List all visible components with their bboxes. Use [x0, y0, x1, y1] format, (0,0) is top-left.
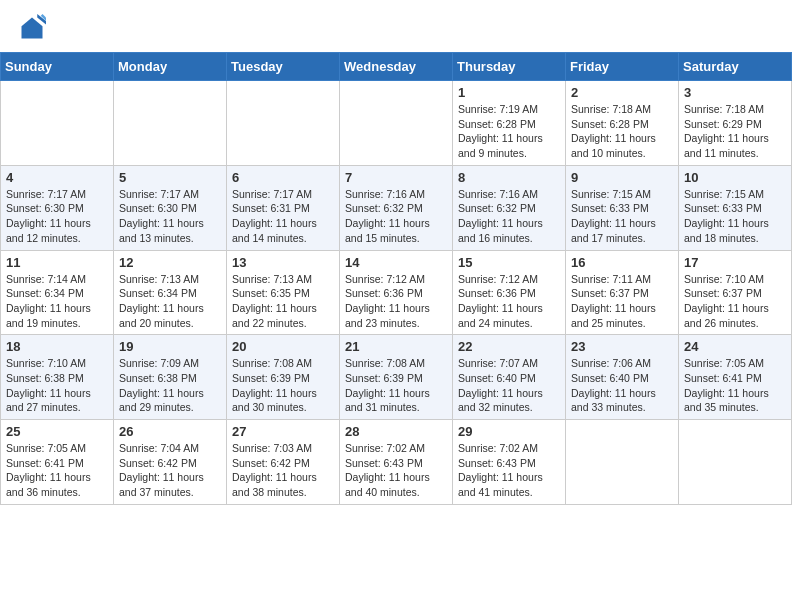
day-info: Sunrise: 7:04 AM Sunset: 6:42 PM Dayligh… [119, 441, 221, 500]
day-info: Sunrise: 7:18 AM Sunset: 6:29 PM Dayligh… [684, 102, 786, 161]
calendar-cell: 19Sunrise: 7:09 AM Sunset: 6:38 PM Dayli… [114, 335, 227, 420]
day-info: Sunrise: 7:05 AM Sunset: 6:41 PM Dayligh… [684, 356, 786, 415]
calendar-cell: 7Sunrise: 7:16 AM Sunset: 6:32 PM Daylig… [340, 165, 453, 250]
day-number: 17 [684, 255, 786, 270]
header [0, 0, 792, 52]
col-header-monday: Monday [114, 53, 227, 81]
day-number: 9 [571, 170, 673, 185]
calendar-cell: 9Sunrise: 7:15 AM Sunset: 6:33 PM Daylig… [566, 165, 679, 250]
calendar-week-row: 11Sunrise: 7:14 AM Sunset: 6:34 PM Dayli… [1, 250, 792, 335]
day-number: 20 [232, 339, 334, 354]
calendar-cell: 11Sunrise: 7:14 AM Sunset: 6:34 PM Dayli… [1, 250, 114, 335]
day-number: 8 [458, 170, 560, 185]
calendar-cell: 28Sunrise: 7:02 AM Sunset: 6:43 PM Dayli… [340, 420, 453, 505]
day-number: 12 [119, 255, 221, 270]
day-number: 11 [6, 255, 108, 270]
calendar-cell: 21Sunrise: 7:08 AM Sunset: 6:39 PM Dayli… [340, 335, 453, 420]
calendar-week-row: 1Sunrise: 7:19 AM Sunset: 6:28 PM Daylig… [1, 81, 792, 166]
day-info: Sunrise: 7:18 AM Sunset: 6:28 PM Dayligh… [571, 102, 673, 161]
col-header-friday: Friday [566, 53, 679, 81]
calendar-cell: 16Sunrise: 7:11 AM Sunset: 6:37 PM Dayli… [566, 250, 679, 335]
col-header-thursday: Thursday [453, 53, 566, 81]
day-info: Sunrise: 7:15 AM Sunset: 6:33 PM Dayligh… [684, 187, 786, 246]
calendar-cell [1, 81, 114, 166]
calendar-cell: 15Sunrise: 7:12 AM Sunset: 6:36 PM Dayli… [453, 250, 566, 335]
logo [18, 14, 50, 42]
day-number: 19 [119, 339, 221, 354]
calendar-cell [114, 81, 227, 166]
day-info: Sunrise: 7:17 AM Sunset: 6:31 PM Dayligh… [232, 187, 334, 246]
calendar-cell: 8Sunrise: 7:16 AM Sunset: 6:32 PM Daylig… [453, 165, 566, 250]
calendar-cell: 3Sunrise: 7:18 AM Sunset: 6:29 PM Daylig… [679, 81, 792, 166]
day-info: Sunrise: 7:05 AM Sunset: 6:41 PM Dayligh… [6, 441, 108, 500]
day-number: 18 [6, 339, 108, 354]
calendar-cell [227, 81, 340, 166]
day-info: Sunrise: 7:03 AM Sunset: 6:42 PM Dayligh… [232, 441, 334, 500]
day-info: Sunrise: 7:12 AM Sunset: 6:36 PM Dayligh… [458, 272, 560, 331]
day-number: 22 [458, 339, 560, 354]
day-info: Sunrise: 7:14 AM Sunset: 6:34 PM Dayligh… [6, 272, 108, 331]
day-number: 5 [119, 170, 221, 185]
day-number: 21 [345, 339, 447, 354]
logo-icon [18, 14, 46, 42]
day-number: 10 [684, 170, 786, 185]
calendar-cell: 2Sunrise: 7:18 AM Sunset: 6:28 PM Daylig… [566, 81, 679, 166]
calendar-week-row: 18Sunrise: 7:10 AM Sunset: 6:38 PM Dayli… [1, 335, 792, 420]
day-info: Sunrise: 7:15 AM Sunset: 6:33 PM Dayligh… [571, 187, 673, 246]
day-info: Sunrise: 7:17 AM Sunset: 6:30 PM Dayligh… [119, 187, 221, 246]
day-number: 14 [345, 255, 447, 270]
calendar-cell [340, 81, 453, 166]
day-info: Sunrise: 7:16 AM Sunset: 6:32 PM Dayligh… [345, 187, 447, 246]
calendar-cell: 25Sunrise: 7:05 AM Sunset: 6:41 PM Dayli… [1, 420, 114, 505]
day-number: 6 [232, 170, 334, 185]
calendar-cell: 26Sunrise: 7:04 AM Sunset: 6:42 PM Dayli… [114, 420, 227, 505]
calendar-cell: 29Sunrise: 7:02 AM Sunset: 6:43 PM Dayli… [453, 420, 566, 505]
day-info: Sunrise: 7:09 AM Sunset: 6:38 PM Dayligh… [119, 356, 221, 415]
day-number: 26 [119, 424, 221, 439]
day-info: Sunrise: 7:13 AM Sunset: 6:35 PM Dayligh… [232, 272, 334, 331]
calendar-cell: 13Sunrise: 7:13 AM Sunset: 6:35 PM Dayli… [227, 250, 340, 335]
calendar-cell: 23Sunrise: 7:06 AM Sunset: 6:40 PM Dayli… [566, 335, 679, 420]
calendar-cell [679, 420, 792, 505]
day-info: Sunrise: 7:10 AM Sunset: 6:37 PM Dayligh… [684, 272, 786, 331]
calendar-cell: 24Sunrise: 7:05 AM Sunset: 6:41 PM Dayli… [679, 335, 792, 420]
calendar-cell: 18Sunrise: 7:10 AM Sunset: 6:38 PM Dayli… [1, 335, 114, 420]
calendar-week-row: 25Sunrise: 7:05 AM Sunset: 6:41 PM Dayli… [1, 420, 792, 505]
day-info: Sunrise: 7:13 AM Sunset: 6:34 PM Dayligh… [119, 272, 221, 331]
day-number: 4 [6, 170, 108, 185]
day-info: Sunrise: 7:17 AM Sunset: 6:30 PM Dayligh… [6, 187, 108, 246]
day-info: Sunrise: 7:06 AM Sunset: 6:40 PM Dayligh… [571, 356, 673, 415]
calendar-cell: 6Sunrise: 7:17 AM Sunset: 6:31 PM Daylig… [227, 165, 340, 250]
day-number: 29 [458, 424, 560, 439]
day-number: 16 [571, 255, 673, 270]
day-info: Sunrise: 7:11 AM Sunset: 6:37 PM Dayligh… [571, 272, 673, 331]
day-number: 28 [345, 424, 447, 439]
day-number: 27 [232, 424, 334, 439]
day-number: 25 [6, 424, 108, 439]
day-info: Sunrise: 7:08 AM Sunset: 6:39 PM Dayligh… [345, 356, 447, 415]
calendar-cell: 14Sunrise: 7:12 AM Sunset: 6:36 PM Dayli… [340, 250, 453, 335]
calendar-cell: 12Sunrise: 7:13 AM Sunset: 6:34 PM Dayli… [114, 250, 227, 335]
day-info: Sunrise: 7:08 AM Sunset: 6:39 PM Dayligh… [232, 356, 334, 415]
calendar-cell: 4Sunrise: 7:17 AM Sunset: 6:30 PM Daylig… [1, 165, 114, 250]
day-number: 23 [571, 339, 673, 354]
day-number: 13 [232, 255, 334, 270]
calendar-week-row: 4Sunrise: 7:17 AM Sunset: 6:30 PM Daylig… [1, 165, 792, 250]
col-header-wednesday: Wednesday [340, 53, 453, 81]
svg-marker-0 [22, 18, 43, 39]
day-number: 3 [684, 85, 786, 100]
page-container: SundayMondayTuesdayWednesdayThursdayFrid… [0, 0, 792, 505]
calendar-cell [566, 420, 679, 505]
day-info: Sunrise: 7:02 AM Sunset: 6:43 PM Dayligh… [345, 441, 447, 500]
day-info: Sunrise: 7:19 AM Sunset: 6:28 PM Dayligh… [458, 102, 560, 161]
calendar-cell: 17Sunrise: 7:10 AM Sunset: 6:37 PM Dayli… [679, 250, 792, 335]
day-number: 1 [458, 85, 560, 100]
day-number: 7 [345, 170, 447, 185]
calendar-header-row: SundayMondayTuesdayWednesdayThursdayFrid… [1, 53, 792, 81]
col-header-sunday: Sunday [1, 53, 114, 81]
day-info: Sunrise: 7:02 AM Sunset: 6:43 PM Dayligh… [458, 441, 560, 500]
calendar-cell: 27Sunrise: 7:03 AM Sunset: 6:42 PM Dayli… [227, 420, 340, 505]
day-number: 15 [458, 255, 560, 270]
calendar-cell: 20Sunrise: 7:08 AM Sunset: 6:39 PM Dayli… [227, 335, 340, 420]
day-number: 24 [684, 339, 786, 354]
